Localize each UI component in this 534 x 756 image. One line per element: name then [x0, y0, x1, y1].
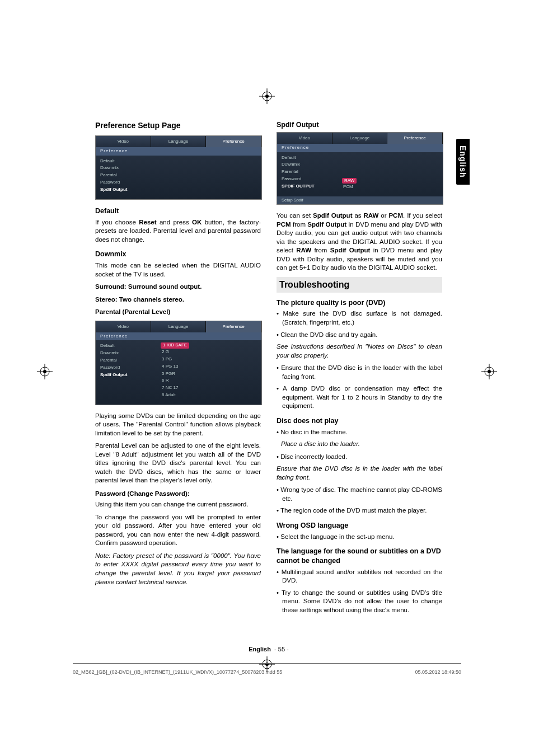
bold-line: Surround: Surround sound output.: [95, 283, 261, 292]
print-filename: 02_MB62_[GB]_(02-DVD)_(IB_INTERNET)_(191…: [73, 669, 282, 675]
note-paragraph: Ensure that the DVD disc is in the loade…: [277, 464, 442, 482]
heading-language-subtitles: The language for the sound or subtitles …: [277, 547, 442, 566]
bullet-list: No disc in the machine.: [277, 428, 442, 437]
list-item: No disc in the machine.: [277, 428, 442, 437]
list-item: Clean the DVD disc and try again.: [277, 331, 442, 340]
list-item: A damp DVD disc or condensation may effe…: [277, 384, 442, 411]
footer-pagenum: - 55 -: [274, 646, 289, 652]
right-column: Spdif Output Video Language Preference P…: [277, 120, 442, 618]
list-item: Multilingual sound and/or subtitles not …: [277, 568, 442, 585]
footer-rule: [73, 663, 461, 664]
content-columns: Preference Setup Page Video Language Pre…: [95, 120, 442, 618]
osd-band: Preference: [96, 147, 261, 156]
language-side-tab: English: [456, 139, 470, 185]
osd-band: Preference: [96, 332, 261, 341]
osd-item: Password: [99, 179, 155, 186]
osd-tab: Video: [96, 136, 151, 147]
osd-item: Downmix: [99, 165, 155, 172]
note-paragraph: Place a disc into the loader.: [277, 440, 442, 449]
osd-level: 4 PG 13: [161, 363, 258, 370]
osd-screenshot-spdif: Video Language Preference Preference Def…: [277, 132, 443, 205]
paragraph: To change the password you will be promp…: [95, 513, 261, 548]
osd-level: 2 G: [161, 349, 258, 356]
heading-preference-setup: Preference Setup Page: [95, 120, 261, 131]
osd-item-active: Spdif Output: [99, 186, 155, 194]
osd-item: Password: [99, 364, 155, 372]
osd-level: 8 Adult: [161, 392, 258, 399]
heading-spdif: Spdif Output: [277, 120, 442, 130]
osd-item: Parental: [99, 357, 155, 364]
osd-level: 6 R: [161, 377, 258, 384]
bullet-list: Disc incorrectly loaded.: [277, 453, 442, 462]
heading-password: Password (Change Password):: [95, 490, 261, 499]
osd-tab: Language: [332, 133, 388, 144]
heading-troubleshooting: Troubleshooting: [277, 277, 442, 293]
bullet-list: Ensure that the DVD disc is in the loade…: [277, 364, 442, 411]
osd-tab: Language: [151, 136, 207, 147]
osd-item: Default: [99, 342, 155, 350]
osd-tab: Video: [96, 321, 151, 332]
bullet-list: Select the language in the set-up menu.: [277, 533, 442, 542]
osd-item-active: SPDIF OUTPUT: [280, 183, 336, 190]
paragraph: You can set Spdif Output as RAW or PCM. …: [277, 212, 442, 273]
osd-item: Downmix: [99, 350, 155, 357]
heading-default: Default: [95, 206, 261, 216]
osd-item: Downmix: [280, 161, 336, 168]
bullet-list: Wrong type of disc. The machine cannot p…: [277, 486, 442, 515]
svg-point-11: [488, 370, 491, 373]
left-column: Preference Setup Page Video Language Pre…: [95, 120, 261, 618]
heading-picture-poor: The picture quality is poor (DVD): [277, 298, 442, 308]
osd-option-selected: RAW: [342, 178, 357, 184]
osd-item: Password: [280, 176, 336, 183]
osd-level: 3 PG: [161, 356, 258, 363]
paragraph: If you choose Reset and press OK button,…: [95, 218, 261, 245]
osd-footer: Setup Spdif: [277, 196, 443, 204]
list-item: Ensure that the DVD disc is in the loade…: [277, 364, 442, 381]
heading-wrong-osd: Wrong OSD language: [277, 521, 442, 530]
list-item: Make sure the DVD disc surface is not da…: [277, 309, 442, 327]
osd-tab: Video: [277, 133, 332, 144]
paragraph: Parental Level can be adjusted to one of…: [95, 442, 261, 485]
paragraph: Playing some DVDs can be limited dependi…: [95, 412, 261, 438]
registration-mark-icon: [481, 364, 497, 379]
list-item: The region code of the DVD must match th…: [277, 506, 442, 515]
osd-item: Default: [280, 154, 336, 162]
print-job-info: 02_MB62_[GB]_(02-DVD)_(IB_INTERNET)_(191…: [73, 669, 461, 675]
page-footer: English - 55 -: [95, 646, 442, 652]
svg-point-7: [43, 370, 46, 373]
osd-screenshot-parental: Video Language Preference Preference Def…: [95, 321, 262, 405]
paragraph: This mode can be selected when the DIGIT…: [95, 261, 261, 279]
osd-level-selected: 1 KID SAFE: [161, 342, 189, 349]
osd-band: Preference: [277, 144, 443, 152]
osd-level: 7 NC 17: [161, 384, 258, 392]
osd-item-active: Spdif Output: [99, 372, 155, 379]
osd-item: Default: [99, 158, 155, 165]
osd-tab-selected: Preference: [387, 133, 443, 144]
osd-screenshot-preference: Video Language Preference Preference Def…: [95, 135, 262, 200]
list-item: Wrong type of disc. The machine cannot p…: [277, 486, 442, 503]
list-item: Disc incorrectly loaded.: [277, 453, 442, 462]
osd-item: Parental: [99, 172, 155, 179]
bullet-list: Make sure the DVD disc surface is not da…: [277, 309, 442, 339]
registration-mark-icon: [37, 364, 53, 379]
footer-language: English: [249, 646, 271, 652]
paragraph: Using this item you can change the curre…: [95, 500, 261, 509]
print-timestamp: 05.05.2012 18:49:50: [415, 669, 461, 675]
osd-tab: Language: [151, 321, 207, 332]
manual-page: English Preference Setup Page Video Lang…: [0, 0, 534, 756]
bullet-list: Multilingual sound and/or subtitles not …: [277, 568, 442, 615]
registration-mark-icon: [259, 88, 275, 104]
list-item: Try to change the sound or subtitles usi…: [277, 589, 442, 615]
osd-option: PCM: [342, 184, 439, 191]
osd-tab-selected: Preference: [206, 321, 261, 332]
heading-disc-noplay: Disc does not play: [277, 416, 442, 426]
bold-line: Stereo: Two channels stereo.: [95, 295, 261, 304]
heading-downmix: Downmix: [95, 250, 261, 259]
note-paragraph: Note: Factory preset of the password is …: [95, 552, 261, 586]
note-paragraph: See instructions described in "Notes on …: [277, 342, 442, 360]
osd-tab-selected: Preference: [206, 136, 261, 147]
svg-point-3: [265, 95, 269, 98]
osd-level: 5 PGR: [161, 370, 258, 378]
list-item: Select the language in the set-up menu.: [277, 533, 442, 542]
bold-line: Parental (Parental Level): [95, 308, 261, 317]
